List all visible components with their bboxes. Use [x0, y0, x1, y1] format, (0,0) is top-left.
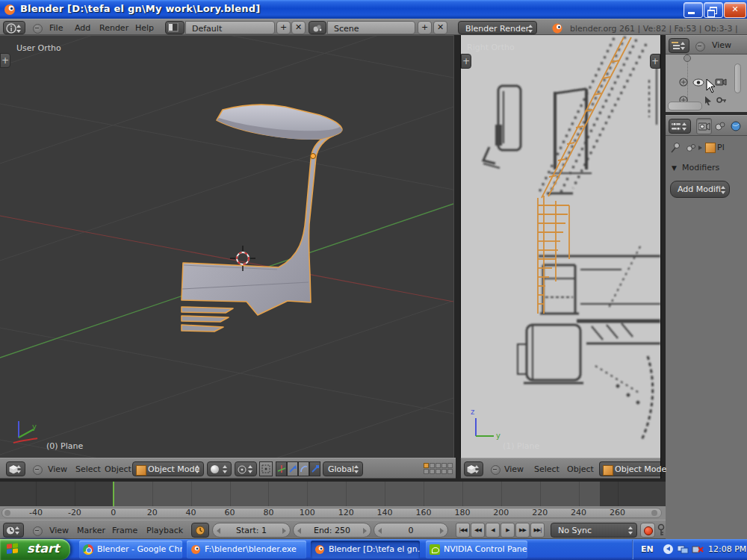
viewport-3d-right[interactable]: Right Ortho z y (1) Plane + +: [461, 35, 660, 458]
select-menu[interactable]: Select: [534, 464, 560, 474]
tab-render[interactable]: [696, 118, 712, 134]
timeline-menu-frame[interactable]: Frame: [112, 526, 137, 535]
pivot-point-dropdown[interactable]: [235, 461, 257, 476]
viewport-divider[interactable]: [453, 35, 461, 458]
editor-type-button-3dview[interactable]: [6, 461, 25, 476]
editor-type-button-properties[interactable]: [669, 119, 691, 134]
menu-help[interactable]: Help: [135, 23, 154, 33]
key-icon[interactable]: [716, 96, 727, 104]
network-tray-icon[interactable]: [678, 544, 689, 555]
visibility-eye-icon[interactable]: [692, 78, 704, 87]
translate-manipulator-toggle[interactable]: [287, 461, 298, 476]
properties-expand-tab[interactable]: +: [650, 54, 660, 69]
jump-to-end-button[interactable]: ▶▶|: [530, 523, 545, 538]
plus-circle-icon[interactable]: [679, 77, 689, 87]
viewport-shading-dropdown[interactable]: [207, 461, 232, 476]
editor-type-button-timeline[interactable]: [3, 523, 24, 538]
collapse-menus-toggle[interactable]: [33, 24, 43, 34]
header-collapse-toggle[interactable]: [33, 465, 43, 475]
breadcrumb-object-name[interactable]: Pl: [717, 143, 725, 152]
selection-arrow-icon[interactable]: [704, 96, 713, 105]
auto-keyframe-record-button[interactable]: [640, 523, 655, 538]
outliner-hscrollbar[interactable]: [668, 102, 702, 111]
outliner-vscrollbar[interactable]: [734, 63, 741, 93]
scale-manipulator-toggle[interactable]: [309, 461, 320, 476]
timeline-menu-view[interactable]: View: [49, 526, 69, 535]
play-button[interactable]: ▶: [500, 523, 515, 538]
end-frame-field[interactable]: End: 250: [293, 523, 371, 538]
tab-world[interactable]: [729, 118, 745, 134]
scene-field[interactable]: Scene: [327, 21, 415, 34]
delete-layout-button[interactable]: ✕: [291, 21, 306, 34]
minimize-button[interactable]: [684, 2, 703, 18]
timeline-collapse-toggle[interactable]: [33, 526, 43, 536]
pin-icon[interactable]: [670, 142, 681, 153]
manipulate-center-points-toggle[interactable]: [259, 461, 273, 476]
add-layout-button[interactable]: +: [276, 21, 291, 34]
menu-render[interactable]: Render: [99, 23, 128, 33]
add-scene-button[interactable]: +: [418, 21, 432, 34]
keying-set-icon[interactable]: [657, 523, 666, 537]
editor-type-button-outliner[interactable]: [669, 38, 689, 53]
menu-file[interactable]: File: [49, 23, 63, 33]
menu-add[interactable]: Add: [75, 23, 90, 33]
task-blender-exe[interactable]: F:\blender\blender.exe: [187, 541, 306, 559]
outliner-tree[interactable]: [666, 55, 747, 112]
object-origin-point[interactable]: [311, 154, 316, 159]
tab-scene[interactable]: [713, 118, 728, 134]
timeline-scrollbar[interactable]: -40-200204060801001201401601802002202402…: [0, 506, 666, 520]
task-chrome[interactable]: Blender - Google Chr...: [79, 541, 182, 559]
object-menu[interactable]: Object: [567, 464, 594, 474]
scene-icon-button[interactable]: [309, 21, 326, 34]
editor-type-button-3dview[interactable]: [464, 461, 483, 476]
toolshelf-expand-tab[interactable]: +: [461, 54, 471, 69]
editor-type-button-info[interactable]: [3, 21, 25, 34]
start-frame-field[interactable]: Start: 1: [212, 523, 291, 538]
play-reverse-button[interactable]: ◀: [486, 523, 500, 538]
task-blender-active[interactable]: Blender [D:\tefa el gn...: [311, 541, 420, 559]
breadcrumb-scene-icon[interactable]: [686, 143, 697, 152]
device-error-tray-icon[interactable]: [692, 544, 704, 555]
previous-keyframe-button[interactable]: ◀◀: [471, 523, 485, 538]
language-indicator[interactable]: EN: [641, 544, 654, 554]
task-nvidia[interactable]: NVIDIA Control Panel: [426, 541, 527, 559]
close-button[interactable]: ✕: [724, 2, 746, 18]
tree-expand-icon[interactable]: [684, 55, 691, 62]
current-frame-field[interactable]: 0: [374, 523, 448, 538]
panel-collapse-arrow[interactable]: ▼: [672, 164, 677, 172]
modifiers-panel-title[interactable]: Modifiers: [682, 163, 719, 172]
layers-widget[interactable]: [424, 463, 453, 474]
timeline-menu-marker[interactable]: Marker: [77, 526, 105, 535]
viewport-3d-left[interactable]: User Ortho y (0) Plane +: [0, 35, 453, 458]
outliner-menu-view[interactable]: View: [712, 40, 731, 50]
view-menu[interactable]: View: [504, 464, 524, 474]
next-keyframe-button[interactable]: ▶▶: [515, 523, 530, 538]
toolshelf-expand-tab[interactable]: +: [0, 53, 10, 68]
window-titlebar[interactable]: Blender [D:\tefa el gn\My work\Lory.blen…: [0, 0, 747, 19]
sidebar-border[interactable]: [660, 35, 666, 539]
timeline-menu-playback[interactable]: Playback: [146, 526, 183, 535]
manipulator-toggle[interactable]: [276, 461, 287, 476]
view-menu[interactable]: View: [48, 464, 67, 474]
sync-dropdown[interactable]: No Sync: [551, 523, 637, 538]
screen-layout-icon-button[interactable]: [165, 21, 185, 34]
hide-tray-icons-button[interactable]: [663, 544, 673, 554]
render-restrict-camera-icon[interactable]: [715, 77, 727, 87]
rotate-manipulator-toggle[interactable]: [298, 461, 309, 476]
mode-dropdown[interactable]: Object Mode: [132, 461, 204, 476]
timeline-canvas[interactable]: [0, 482, 666, 506]
outliner-collapse-toggle[interactable]: [695, 42, 705, 52]
select-menu[interactable]: Select: [75, 464, 101, 474]
object-menu[interactable]: Object: [105, 464, 131, 474]
transform-orientation-dropdown[interactable]: Global: [323, 461, 363, 476]
current-frame-playhead[interactable]: [113, 482, 114, 506]
render-engine-dropdown[interactable]: Blender Render: [458, 21, 537, 34]
jump-to-start-button[interactable]: |◀◀: [456, 523, 470, 538]
start-button[interactable]: start: [0, 539, 70, 560]
add-modifier-button[interactable]: Add Modifi: [670, 181, 730, 198]
screen-layout-field[interactable]: Default: [185, 21, 275, 34]
selected-mesh-wireframe[interactable]: [538, 37, 631, 314]
delete-scene-button[interactable]: ✕: [433, 21, 447, 34]
use-preview-range-toggle[interactable]: [191, 523, 209, 538]
header-collapse-toggle[interactable]: [491, 465, 500, 475]
